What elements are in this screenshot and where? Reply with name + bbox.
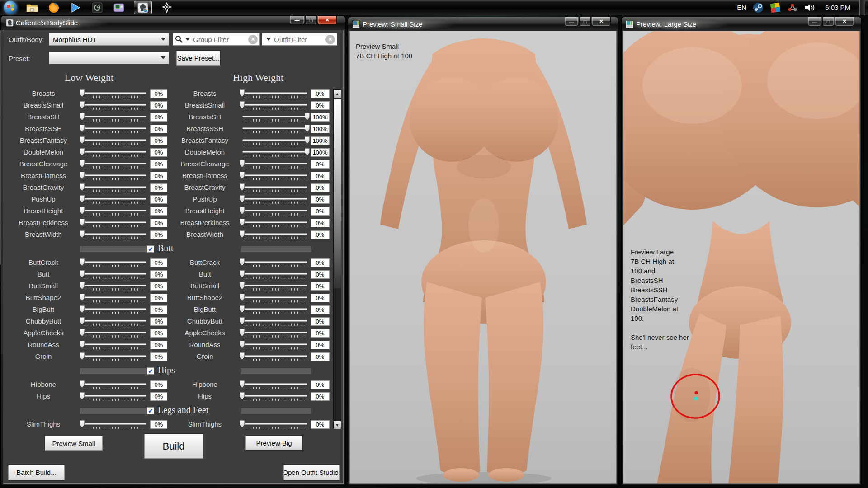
avg-antivirus-icon[interactable] xyxy=(770,1,781,14)
slider-low-ButtSmall[interactable] xyxy=(82,282,146,291)
preview-small-titlebar[interactable]: Preview: Small Size — □ ✕ xyxy=(348,17,618,31)
slider-value-high[interactable]: 100% xyxy=(311,125,330,133)
slider-high-BreastCleavage[interactable] xyxy=(242,160,307,169)
slider-low-Breasts[interactable] xyxy=(82,90,146,99)
start-orb-icon[interactable] xyxy=(4,1,17,14)
slider-low-ButtShape2[interactable] xyxy=(82,294,146,303)
slider-high-Groin[interactable] xyxy=(242,353,307,362)
slider-low-BreastsFantasy[interactable] xyxy=(82,137,146,146)
explorer-icon[interactable] xyxy=(25,1,39,14)
outfit-filter-chevron-icon[interactable] xyxy=(266,38,271,41)
minimize-button[interactable]: — xyxy=(290,16,304,25)
slider-low-SlimThighs[interactable] xyxy=(82,421,146,430)
slider-value-low[interactable]: 0% xyxy=(150,219,167,227)
slider-value-high[interactable]: 0% xyxy=(311,183,330,192)
slider-value-low[interactable]: 0% xyxy=(150,207,167,216)
slider-low-PushUp[interactable] xyxy=(82,196,146,205)
slider-low-ButtCrack[interactable] xyxy=(82,259,146,268)
slider-value-low[interactable]: 0% xyxy=(150,341,167,349)
media-player-icon[interactable] xyxy=(112,1,126,14)
slider-value-low[interactable]: 0% xyxy=(150,160,167,169)
slider-value-high[interactable]: 0% xyxy=(311,270,330,279)
search-icon[interactable] xyxy=(175,35,183,43)
slider-value-high[interactable]: 0% xyxy=(311,195,330,204)
slider-low-BigButt[interactable] xyxy=(82,306,146,315)
slider-value-low[interactable]: 0% xyxy=(150,392,167,401)
save-preset-button[interactable]: Save Preset... xyxy=(176,51,220,66)
preview-large-viewport[interactable]: Freview Large 7B CH High at 100 and Brea… xyxy=(623,31,859,483)
slider-value-high[interactable]: 0% xyxy=(311,305,330,314)
minimize-button[interactable]: — xyxy=(808,17,821,26)
slider-high-BreastsSH[interactable] xyxy=(242,113,307,122)
section-checkbox[interactable]: ✔ xyxy=(147,367,154,375)
game-circle-icon[interactable] xyxy=(90,1,104,14)
slider-high-Hips[interactable] xyxy=(242,393,307,402)
slider-low-BreastsSmall[interactable] xyxy=(82,102,146,111)
slider-value-high[interactable]: 0% xyxy=(311,219,330,227)
slider-value-low[interactable]: 0% xyxy=(150,183,167,192)
slider-value-low[interactable]: 0% xyxy=(150,420,167,429)
language-indicator[interactable]: EN xyxy=(737,4,746,11)
slider-high-Hipbone[interactable] xyxy=(242,381,307,390)
build-button[interactable]: Build xyxy=(144,434,203,459)
open-outfit-studio-button[interactable]: Open Outfit Studio. xyxy=(283,465,340,480)
slider-list-scrollbar[interactable]: ▲ ▼ xyxy=(333,89,341,429)
slider-high-ChubbyButt[interactable] xyxy=(242,318,307,327)
slider-value-high[interactable]: 0% xyxy=(311,294,330,302)
slider-low-Groin[interactable] xyxy=(82,353,146,362)
slider-value-low[interactable]: 0% xyxy=(150,352,167,361)
slider-low-BreastHeight[interactable] xyxy=(82,207,146,216)
slider-high-BreastHeight[interactable] xyxy=(242,207,307,216)
slider-high-RoundAss[interactable] xyxy=(242,341,307,350)
slider-high-BreastFlatness[interactable] xyxy=(242,172,307,181)
volume-icon[interactable] xyxy=(804,1,816,14)
slider-high-ButtShape2[interactable] xyxy=(242,294,307,303)
outfit-body-dropdown[interactable]: Morphius HDT xyxy=(49,33,169,46)
scrollbar-thumb[interactable] xyxy=(334,99,341,288)
slider-high-ButtCrack[interactable] xyxy=(242,259,307,268)
bodyslide-taskbar-active[interactable] xyxy=(134,1,152,14)
slider-value-high[interactable]: 0% xyxy=(311,352,330,361)
slider-value-high[interactable]: 0% xyxy=(311,258,330,267)
slider-value-low[interactable]: 0% xyxy=(150,380,167,389)
slider-low-ChubbyButt[interactable] xyxy=(82,318,146,327)
slider-value-low[interactable]: 0% xyxy=(150,148,167,157)
slider-value-low[interactable]: 0% xyxy=(150,89,167,98)
slider-value-low[interactable]: 0% xyxy=(150,172,167,180)
preview-big-button[interactable]: Preview Big xyxy=(245,436,302,450)
slider-low-Hips[interactable] xyxy=(82,393,146,402)
preview-small-button[interactable]: Preview Small xyxy=(45,436,103,451)
firefox-icon[interactable] xyxy=(47,1,61,14)
maximize-button[interactable]: □ xyxy=(822,17,834,26)
slider-high-BreastWidth[interactable] xyxy=(242,231,307,240)
slider-value-high[interactable]: 0% xyxy=(311,282,330,291)
preset-dropdown[interactable] xyxy=(49,52,169,64)
section-checkbox[interactable]: ✔ xyxy=(147,245,154,253)
slider-high-BigButt[interactable] xyxy=(242,306,307,315)
close-button[interactable]: ✕ xyxy=(592,17,611,26)
slider-value-low[interactable]: 0% xyxy=(150,270,167,279)
slider-high-SlimThighs[interactable] xyxy=(242,421,307,430)
slider-high-PushUp[interactable] xyxy=(242,196,307,205)
slider-high-BreastsFantasy[interactable] xyxy=(242,137,307,146)
slider-value-high[interactable]: 0% xyxy=(311,420,330,429)
close-button[interactable]: ✕ xyxy=(835,17,854,26)
slider-value-high[interactable]: 100% xyxy=(311,136,330,145)
slider-value-low[interactable]: 0% xyxy=(150,101,167,110)
slider-low-Butt[interactable] xyxy=(82,271,146,280)
slider-low-Hipbone[interactable] xyxy=(82,381,146,390)
skyrim-logo-icon[interactable] xyxy=(160,1,174,14)
maximize-button[interactable]: □ xyxy=(579,17,591,26)
bodyslide-titlebar[interactable]: Caliente's BodySlide — □ ✕ xyxy=(1,16,345,30)
outfit-filter-input[interactable] xyxy=(273,35,326,44)
slider-value-high[interactable]: 100% xyxy=(311,148,330,157)
scroll-down-icon[interactable]: ▼ xyxy=(334,421,341,429)
slider-value-low[interactable]: 0% xyxy=(150,258,167,267)
slider-value-low[interactable]: 0% xyxy=(150,329,167,338)
slider-value-low[interactable]: 0% xyxy=(150,230,167,239)
slider-low-BreastFlatness[interactable] xyxy=(82,172,146,181)
slider-high-Butt[interactable] xyxy=(242,271,307,280)
slider-value-high[interactable]: 0% xyxy=(311,160,330,169)
minimize-button[interactable]: — xyxy=(565,17,578,26)
slider-low-BreastsSSH[interactable] xyxy=(82,125,146,134)
